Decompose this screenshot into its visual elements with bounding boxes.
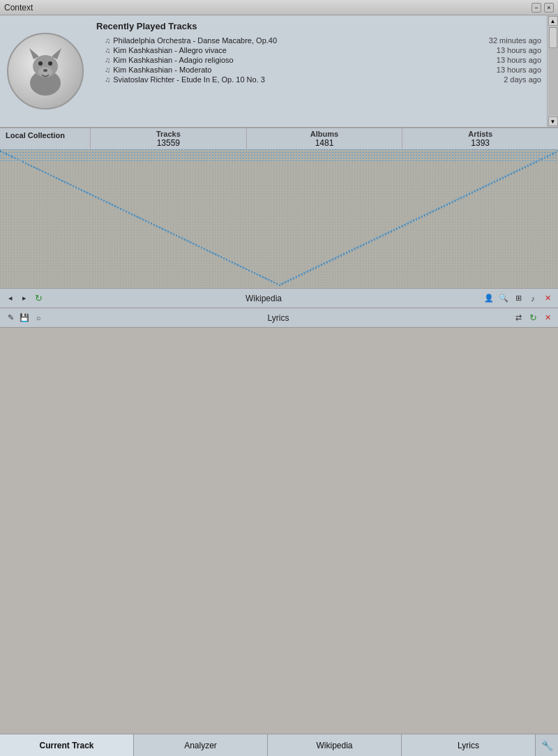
lyrics-toolbar-right: ⇄ ↻ ✕ (508, 312, 558, 324)
tab-wikipedia[interactable]: Wikipedia (268, 734, 402, 756)
tab-analyzer[interactable]: Analyzer (134, 734, 268, 756)
svg-point-8 (43, 69, 47, 72)
recently-played-title: Recently Played Tracks (91, 18, 547, 36)
track-time: 32 minutes ago (489, 36, 541, 45)
scroll-down-arrow[interactable]: ▼ (548, 116, 558, 126)
reload-lyrics-button[interactable]: ↻ (527, 312, 539, 324)
circle-icon[interactable]: ○ (32, 312, 45, 324)
visualization-area (0, 149, 558, 289)
avatar (7, 33, 84, 109)
music-icon[interactable]: ♪ (527, 292, 539, 305)
list-item: ♫ Kim Kashkashian - Moderato 13 hours ag… (91, 65, 547, 75)
albums-value: 1481 (315, 138, 334, 148)
artists-header: Artists (468, 130, 492, 138)
tab-current-track-label: Current Track (39, 741, 93, 750)
tab-analyzer-label: Analyzer (184, 741, 217, 750)
track-icon: ♫ (105, 56, 110, 64)
recently-played: Recently Played Tracks ♫ Philadelphia Or… (91, 15, 547, 127)
scrollbar[interactable]: ▲ ▼ (547, 15, 558, 127)
bottom-tab-bar: Current Track Analyzer Wikipedia Lyrics … (0, 734, 558, 756)
tracks-value: 13559 (157, 138, 180, 148)
wikipedia-toolbar: ◂ ▸ ↻ Wikipedia 👤 🔍 ⊞ ♪ ✕ (0, 289, 558, 308)
track-time: 13 hours ago (497, 56, 541, 64)
titlebar: Context − × (0, 0, 558, 15)
main-content (0, 328, 558, 734)
list-item: ♫ Sviatoslav Richter - Etude In E, Op. 1… (91, 75, 547, 84)
albums-header: Albums (310, 130, 338, 138)
forward-button[interactable]: ▸ (18, 292, 31, 305)
track-name: Kim Kashkashian - Moderato (113, 66, 490, 74)
tab-lyrics[interactable]: Lyrics (402, 734, 536, 756)
list-item: ♫ Kim Kashkashian - Adagio religioso 13 … (91, 55, 547, 65)
track-name: Sviatoslav Richter - Etude In E, Op. 10 … (113, 75, 497, 84)
tab-current-track[interactable]: Current Track (0, 734, 134, 756)
track-icon: ♫ (105, 46, 110, 54)
list-item: ♫ Philadelphia Orchestra - Danse Macabre… (91, 36, 547, 45)
wolf-logo (14, 40, 77, 103)
edit-icon[interactable]: ✎ (4, 312, 17, 324)
tab-lyrics-label: Lyrics (458, 741, 479, 750)
track-name: Kim Kashkashian - Allegro vivace (113, 46, 490, 54)
track-icon: ♫ (105, 36, 110, 45)
close-button[interactable]: × (544, 3, 554, 13)
lyrics-title: Lyrics (49, 313, 508, 323)
wiki-toolbar-left: ◂ ▸ ↻ (0, 292, 49, 305)
grid-icon[interactable]: ⊞ (512, 292, 525, 305)
list-item: ♫ Kim Kashkashian - Allegro vivace 13 ho… (91, 45, 547, 55)
wiki-title: Wikipedia (49, 294, 478, 303)
track-time: 2 days ago (504, 75, 541, 84)
waveform-canvas (0, 149, 558, 288)
stats-bar: Local Collection Tracks 13559 Albums 148… (0, 128, 558, 149)
track-time: 13 hours ago (497, 46, 541, 54)
tracks-header: Tracks (156, 130, 181, 138)
track-name: Philadelphia Orchestra - Danse Macabre, … (113, 36, 482, 45)
track-icon: ♫ (105, 75, 110, 84)
collection-label: Local Collection (0, 128, 91, 149)
reload-button[interactable]: ↻ (32, 292, 45, 305)
tab-wikipedia-label: Wikipedia (316, 741, 352, 750)
search-icon[interactable]: 🔍 (497, 292, 510, 305)
titlebar-controls: − × (531, 3, 554, 13)
lyrics-toolbar: ✎ 💾 ○ Lyrics ⇄ ↻ ✕ (0, 308, 558, 328)
close-lyrics-button[interactable]: ✕ (541, 312, 554, 324)
artists-value: 1393 (471, 138, 490, 148)
wrench-button[interactable]: 🔧 (536, 734, 558, 756)
back-button[interactable]: ◂ (4, 292, 17, 305)
scroll-track[interactable] (548, 27, 558, 116)
top-panel: Recently Played Tracks ♫ Philadelphia Or… (0, 15, 558, 128)
save-icon[interactable]: 💾 (18, 312, 31, 324)
logo-area (0, 15, 91, 127)
swap-icon[interactable]: ⇄ (512, 312, 525, 324)
minimize-button[interactable]: − (531, 3, 541, 13)
svg-point-6 (38, 61, 43, 66)
track-time: 13 hours ago (497, 66, 541, 74)
scroll-up-arrow[interactable]: ▲ (548, 16, 558, 26)
close-wiki-button[interactable]: ✕ (541, 292, 554, 305)
lyrics-toolbar-left: ✎ 💾 ○ (0, 312, 49, 324)
albums-stat: Albums 1481 (247, 128, 403, 149)
wiki-toolbar-right: 👤 🔍 ⊞ ♪ ✕ (478, 292, 558, 305)
track-name: Kim Kashkashian - Adagio religioso (113, 56, 490, 64)
artists-stat: Artists 1393 (402, 128, 558, 149)
titlebar-title: Context (4, 3, 33, 13)
svg-point-7 (48, 61, 52, 66)
scroll-thumb[interactable] (549, 27, 557, 48)
tracks-stat: Tracks 13559 (91, 128, 247, 149)
person-icon[interactable]: 👤 (483, 292, 495, 305)
top-right: Recently Played Tracks ♫ Philadelphia Or… (91, 15, 547, 127)
track-icon: ♫ (105, 66, 110, 74)
